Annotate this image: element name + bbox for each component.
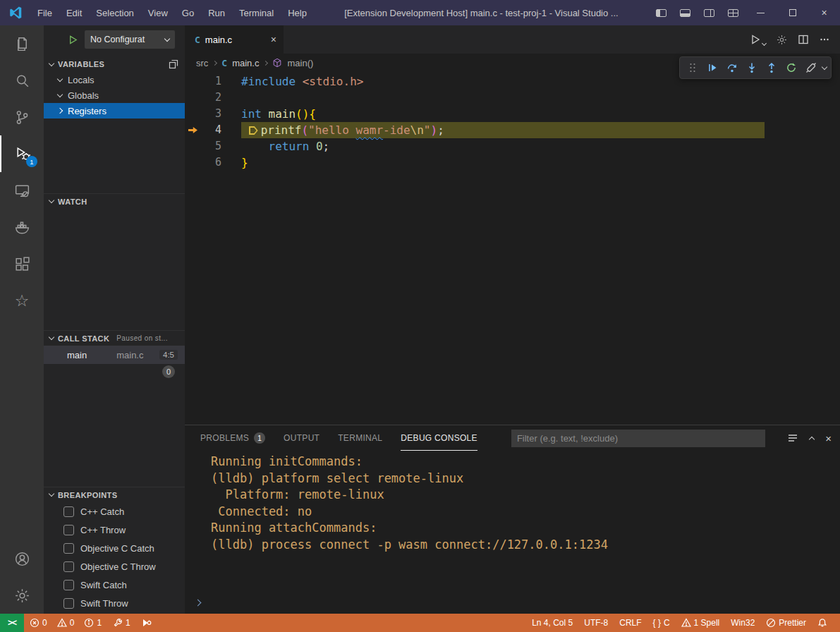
debug-console-output[interactable]: Running initCommands:(lldb) platform sel… [185,451,840,614]
breakpoint-item[interactable]: Swift Catch [44,576,185,594]
tab-problems[interactable]: PROBLEMS 1 [200,425,265,451]
disconnect-button[interactable] [803,59,820,76]
platform-status[interactable]: Win32 [725,614,760,632]
toolbar-drag-handle[interactable] [684,59,701,76]
menu-item[interactable]: Run [201,4,232,22]
glyph-margin[interactable] [185,73,206,90]
continue-button[interactable] [704,59,721,76]
debug-settings-button[interactable] [776,34,788,46]
glyph-margin[interactable] [185,90,206,106]
debug-session-dropdown-icon[interactable] [822,63,827,69]
activity-extensions[interactable] [0,245,44,282]
breakpoint-item[interactable]: Objective C Catch [44,539,185,557]
breakpoint-checkbox[interactable] [63,543,74,554]
inline-breakpoint-icon[interactable] [249,126,258,135]
variables-group-locals[interactable]: Locals [44,72,185,87]
variables-group-registers[interactable]: Registers [44,103,185,119]
activity-favorites[interactable]: ☆ [0,282,44,319]
activity-search[interactable] [0,62,44,99]
error-icon [30,618,39,628]
eol-status[interactable]: CRLF [614,614,647,632]
tab-debug-console[interactable]: DEBUG CONSOLE [401,425,477,451]
encoding-status[interactable]: UTF-8 [578,614,614,632]
variables-section-header[interactable]: VARIABLES [44,56,185,72]
language-mode-status[interactable]: { } C [647,614,676,632]
tab-label: OUTPUT [284,433,319,443]
menu-item[interactable]: Help [281,4,314,22]
glyph-margin[interactable] [185,154,206,171]
breakpoint-checkbox[interactable] [63,561,74,572]
breakpoint-item[interactable]: C++ Catch [44,502,185,521]
restart-button[interactable] [783,59,800,76]
tab-main-c[interactable]: C main.c × [185,25,284,54]
activity-remote-explorer[interactable] [0,172,44,209]
glyph-margin[interactable] [185,106,206,122]
breakpoint-item[interactable]: C++ Throw [44,521,185,539]
breakpoint-checkbox[interactable] [63,598,74,609]
split-editor-button[interactable] [798,34,809,45]
breakpoint-item[interactable]: Objective C Throw [44,557,185,576]
menu-item[interactable]: Terminal [232,4,281,22]
console-filter-input[interactable] [511,430,765,447]
chevron-down-icon [762,41,767,46]
code-editor[interactable]: 1#include <stdio.h>23int main(){4 printf… [185,72,840,425]
step-into-button[interactable] [743,59,760,76]
close-panel-icon[interactable]: × [825,432,832,444]
breadcrumb-file[interactable]: main.c [232,58,259,68]
problems-status[interactable]: 0 0 1 [24,614,107,632]
activity-docker[interactable] [0,209,44,245]
start-debug-icon[interactable] [68,35,78,45]
menu-item[interactable]: File [30,4,59,22]
breakpoint-checkbox[interactable] [63,525,74,535]
console-input-prompt[interactable] [195,595,200,608]
activity-settings[interactable] [0,577,44,614]
tab-terminal[interactable]: TERMINAL [338,425,382,451]
debug-status[interactable] [136,614,157,632]
collapse-all-icon[interactable] [168,59,179,70]
maximize-panel-icon[interactable] [809,436,815,442]
step-over-button[interactable] [724,59,741,76]
more-actions-button[interactable] [819,34,830,45]
menu-item[interactable]: Edit [59,4,89,22]
activity-run-debug[interactable]: 1 [0,135,44,172]
activity-source-control[interactable] [0,99,44,135]
callstack-section-header[interactable]: CALL STACK Paused on st... [44,330,185,346]
watch-section-header[interactable]: WATCH [44,193,185,209]
toggle-sidebar-icon[interactable] [649,0,673,25]
stack-frame-row[interactable]: main main.c 4:5 [44,346,185,364]
formatter-status[interactable]: Prettier [760,614,812,632]
remote-indicator[interactable]: >< [0,614,24,632]
glyph-margin[interactable] [185,122,206,138]
glyph-margin[interactable] [185,138,206,154]
breakpoints-section-header[interactable]: BREAKPOINTS [44,487,185,502]
tab-output[interactable]: OUTPUT [284,425,319,451]
debug-configuration-dropdown[interactable]: No Configurat [85,30,175,49]
cursor-position-status[interactable]: Ln 4, Col 5 [526,614,578,632]
step-out-button[interactable] [763,59,780,76]
menu-item[interactable]: Selection [89,4,140,22]
menu-item[interactable]: View [141,4,175,22]
minimize-button[interactable] [745,0,777,25]
notifications-status[interactable] [812,614,833,632]
breadcrumb-symbol[interactable]: main() [287,58,313,68]
console-menu-icon[interactable] [787,432,798,444]
breadcrumb-folder[interactable]: src [196,58,208,68]
activity-accounts[interactable] [0,540,44,577]
breakpoint-checkbox[interactable] [63,580,74,590]
run-or-debug-button[interactable] [750,34,766,45]
customize-layout-icon[interactable] [721,0,745,25]
close-button[interactable]: × [808,0,840,25]
menu-item[interactable]: Go [175,4,201,22]
activity-explorer[interactable] [0,25,44,62]
variables-group-globals[interactable]: Globals [44,87,185,103]
spell-status[interactable]: 1 Spell [676,614,726,632]
tools-status[interactable]: 1 [107,614,136,632]
close-tab-icon[interactable]: × [271,34,276,45]
code-line-5: 5 return 0; [185,138,840,154]
toggle-secondary-sidebar-icon[interactable] [697,0,721,25]
breakpoint-checkbox[interactable] [63,506,74,517]
remote-icon: >< [8,618,16,628]
toggle-panel-icon[interactable] [673,0,697,25]
maximize-button[interactable] [777,0,808,25]
breakpoint-item[interactable]: Swift Throw [44,594,185,612]
